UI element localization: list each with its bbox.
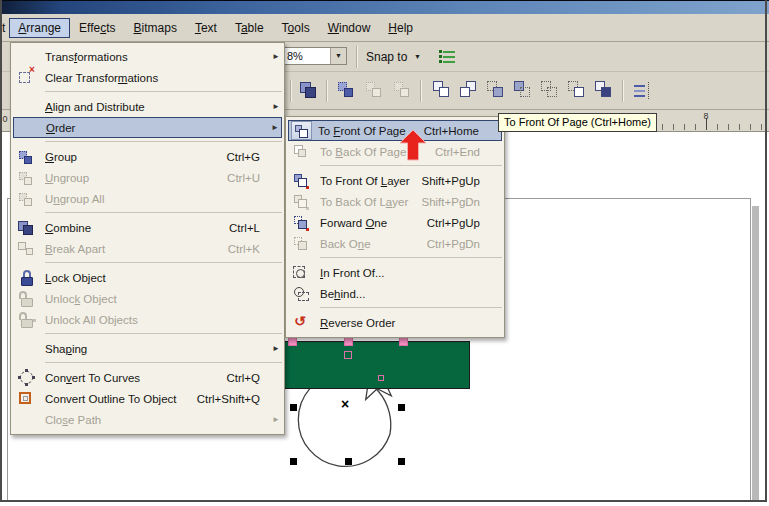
selection-handle[interactable] (345, 458, 352, 465)
group-icon[interactable] (334, 78, 358, 102)
toolbar-separator (420, 80, 421, 102)
lock-icon (15, 269, 39, 287)
toolbar-separator (356, 46, 357, 68)
titlebar (0, 0, 769, 14)
arrange-menu-item-group[interactable]: GroupCtrl+G (13, 146, 282, 167)
curves-icon (15, 369, 39, 387)
menu-icon-empty (15, 48, 39, 66)
menubar-item-text[interactable]: Text (186, 18, 226, 38)
arrange-menu-item-unlock-object[interactable]: Unlock Object (13, 288, 282, 309)
arrange-menu-item-close-path[interactable]: Close Path► (13, 409, 282, 430)
menubar-item-tools[interactable]: Tools (273, 18, 319, 38)
flag-rectangle[interactable] (262, 341, 470, 389)
arrange-menu-item-ungroup-all[interactable]: Ungroup All (13, 188, 282, 209)
to-front-icon[interactable] (430, 78, 454, 102)
pink-hollow-handle[interactable] (344, 351, 352, 359)
arrange-menu-item-align-and-distribute[interactable]: Align and Distribute► (13, 96, 282, 117)
arrange-menu-label: Transformations (45, 51, 128, 63)
ungroup-icon[interactable] (362, 78, 386, 102)
order-submenu-item-reverse-order[interactable]: Reverse Order (288, 312, 502, 333)
behind-icon[interactable] (565, 78, 589, 102)
to-back-icon[interactable] (457, 78, 481, 102)
order-submenu-label: To Back Of Page (320, 146, 406, 158)
menubar-item-help[interactable]: Help (379, 18, 422, 38)
to-back-page-icon (290, 143, 314, 161)
zoom-level-combobox[interactable]: 8% ▼ (283, 47, 347, 65)
tooltip: To Front Of Page (Ctrl+Home) (498, 113, 657, 132)
arrange-menu-separator (45, 91, 282, 92)
pink-selection-handle[interactable] (344, 337, 353, 346)
selection-handle[interactable] (398, 458, 405, 465)
arrange-menu-item-convert-outline-to-object[interactable]: Convert Outline To ObjectCtrl+Shift+Q (13, 388, 282, 409)
arrange-menu-item-combine[interactable]: CombineCtrl+L (13, 217, 282, 238)
menubar: tArrangeEffectsBitmapsTextTableToolsWind… (0, 14, 769, 42)
order-submenu-item-forward-one[interactable]: Forward OneCtrl+PgUp (288, 212, 502, 233)
order-submenu-item-to-back-of-layer[interactable]: To Back Of LayerShift+PgDn (288, 191, 502, 212)
menubar-item-window[interactable]: Window (319, 18, 380, 38)
menubar-item-t[interactable]: t (0, 18, 9, 38)
arrange-menu-item-ungroup[interactable]: UngroupCtrl+U (13, 167, 282, 188)
pink-selection-handle[interactable] (288, 337, 297, 346)
zoom-combo-arrow-icon[interactable]: ▼ (330, 48, 346, 64)
object-center-marker[interactable]: × (341, 397, 349, 411)
menubar-item-effects[interactable]: Effects (70, 18, 124, 38)
forward-one-icon[interactable] (484, 78, 508, 102)
order-submenu-item-behind[interactable]: Behind... (288, 283, 502, 304)
pink-selection-handle[interactable] (399, 337, 408, 346)
arrange-menu-shortcut: Ctrl+K (228, 243, 270, 255)
arrange-menu-label: Order (46, 122, 75, 134)
order-submenu-shortcut: Ctrl+End (435, 146, 490, 158)
order-submenu-separator (320, 257, 502, 258)
to-front-layer-icon (290, 172, 314, 190)
order-submenu-item-to-front-of-layer[interactable]: To Front Of LayerShift+PgUp (288, 170, 502, 191)
menu-icon-empty (16, 119, 40, 137)
arrange-menu-label: Ungroup All (45, 193, 104, 205)
arrange-menu-shortcut: Ctrl+U (227, 172, 270, 184)
submenu-arrow-icon: ► (270, 52, 280, 61)
ungroup-all-icon[interactable] (390, 78, 414, 102)
arrange-menu-separator (45, 262, 282, 263)
pink-center-marker[interactable] (378, 375, 384, 381)
in-front-of-icon[interactable] (538, 78, 562, 102)
arrange-menu-item-order[interactable]: Order► (13, 117, 282, 138)
to-back-layer-icon (290, 193, 314, 211)
snapping-options-icon[interactable] (436, 45, 460, 69)
order-extra-icon[interactable] (592, 78, 616, 102)
arrange-menu-item-transformations[interactable]: Transformations► (13, 46, 282, 67)
forward-one-icon (290, 214, 314, 232)
submenu-arrow-icon: ► (270, 102, 280, 111)
selection-handle[interactable] (290, 404, 297, 411)
order-submenu-item-in-front-of[interactable]: In Front Of... (288, 262, 502, 283)
arrange-menu-label: Lock Object (45, 272, 106, 284)
order-submenu-item-to-back-of-page[interactable]: To Back Of PageCtrl+End (288, 141, 502, 162)
arrange-menu-shortcut: Ctrl+Q (226, 372, 270, 384)
arrange-menu-item-convert-to-curves[interactable]: Convert To CurvesCtrl+Q (13, 367, 282, 388)
order-submenu-item-back-one[interactable]: Back OneCtrl+PgDn (288, 233, 502, 254)
ungroup-icon (15, 169, 39, 187)
toolbar-separator (326, 80, 327, 102)
menubar-item-arrange[interactable]: Arrange (9, 18, 70, 38)
snap-to-dropdown[interactable]: Snap to (366, 50, 407, 64)
order-submenu-shortcut: Ctrl+PgUp (427, 217, 490, 229)
back-one-icon[interactable] (511, 78, 535, 102)
order-submenu-item-to-front-of-page[interactable]: To Front Of PageCtrl+Home (288, 120, 502, 141)
vertical-ruler-fragment: 0 (0, 110, 10, 132)
arrange-menu-item-clear-transformations[interactable]: Clear Transformations (13, 67, 282, 88)
arrange-menu-item-break-apart[interactable]: Break ApartCtrl+K (13, 238, 282, 259)
snap-to-arrow-icon[interactable]: ▼ (414, 53, 421, 60)
order-submenu-separator (320, 165, 502, 166)
align-icon[interactable] (630, 78, 654, 102)
arrange-menu-shortcut: Ctrl+Shift+Q (197, 393, 270, 405)
combine-icon[interactable] (296, 78, 320, 102)
arrange-menu-separator (45, 212, 282, 213)
arrange-menu-item-shaping[interactable]: Shaping► (13, 338, 282, 359)
submenu-arrow-icon: ► (269, 123, 279, 132)
selection-handle[interactable] (398, 404, 405, 411)
menubar-item-table[interactable]: Table (226, 18, 273, 38)
arrange-menu-item-lock-object[interactable]: Lock Object (13, 267, 282, 288)
selection-handle[interactable] (290, 458, 297, 465)
order-submenu-label: Behind... (320, 288, 365, 300)
menubar-item-bitmaps[interactable]: Bitmaps (125, 18, 186, 38)
arrange-menu-item-unlock-all-objects[interactable]: Unlock All Objects (13, 309, 282, 330)
reverse-order-icon (290, 314, 314, 332)
